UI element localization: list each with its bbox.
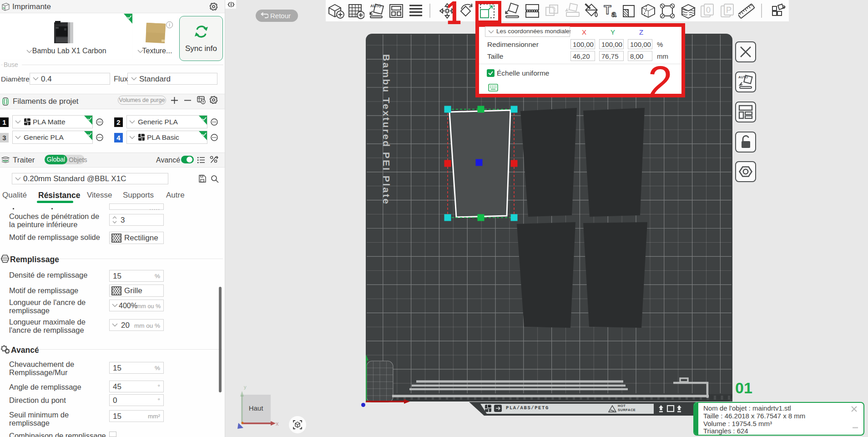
svg-text:y: y [244, 385, 247, 390]
svg-text:Bambu Textured PEI Plate: Bambu Textured PEI Plate [381, 54, 392, 205]
svg-text:P: P [726, 5, 732, 15]
svg-text:a: a [611, 9, 616, 19]
svg-text:T: T [604, 3, 611, 17]
svg-text:0: 0 [706, 5, 711, 15]
svg-text:x: x [276, 420, 279, 427]
